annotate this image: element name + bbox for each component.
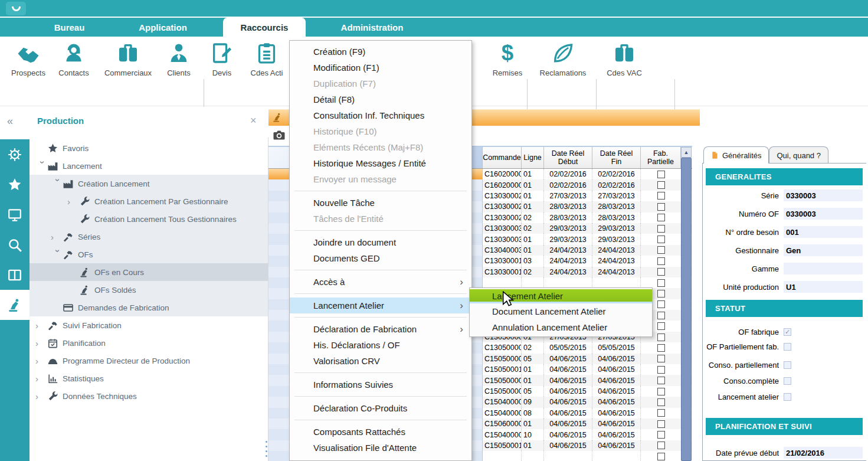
ribbon-button[interactable]: Clients (161, 41, 197, 100)
scroll-up-button[interactable]: ▲ (681, 147, 692, 158)
ribbon-button[interactable]: Devis (203, 41, 241, 100)
tree-item[interactable]: › Programme Directeur de Production (30, 352, 268, 370)
context-menu-item[interactable]: Création (F9) (290, 44, 471, 60)
fab-partielle-checkbox[interactable] (657, 214, 665, 221)
tree-item[interactable]: Création Lancement Tous Gestionnaires (30, 210, 268, 228)
fab-partielle-checkbox[interactable] (657, 312, 665, 319)
fab-partielle-checkbox[interactable] (657, 431, 665, 439)
fab-partielle-checkbox[interactable] (657, 388, 665, 395)
fab-partielle-checkbox[interactable] (657, 453, 665, 460)
column-header-ligne[interactable]: Ligne (522, 147, 544, 168)
tree-item[interactable]: › Lancement (30, 157, 268, 175)
grid-vertical-scrollbar[interactable]: ▲ (681, 147, 692, 461)
fab-partielle-checkbox[interactable] (657, 442, 665, 449)
ribbon-button[interactable]: Remises (486, 41, 529, 100)
rail-module-button[interactable] (0, 139, 30, 169)
context-menu-item[interactable]: Déclaration Co-Produits (290, 400, 471, 416)
status-checkbox[interactable]: ✓ (784, 328, 791, 336)
ribbon-tab[interactable]: Raccourcis (223, 18, 306, 37)
fab-partielle-checkbox[interactable] (657, 334, 665, 341)
close-panel-icon[interactable]: × (250, 115, 257, 127)
tree-item[interactable]: › Données Techniques (30, 387, 268, 405)
field-value[interactable] (784, 263, 863, 274)
context-menu-item[interactable]: Tâches de l'Entité (290, 211, 471, 227)
context-menu-item[interactable]: Modification (F1) (290, 60, 471, 76)
context-menu-item[interactable]: Informations Suivies (290, 377, 471, 393)
fab-partielle-checkbox[interactable] (657, 290, 665, 297)
rail-module-button[interactable] (0, 260, 30, 290)
ribbon-button[interactable]: Reclamations (532, 41, 594, 100)
tree-item[interactable]: Demandes de Fabrication (30, 299, 268, 316)
status-checkbox[interactable] (784, 393, 791, 401)
field-value[interactable]: 001 (784, 226, 863, 238)
context-menu-item[interactable]: Déclaration de Fabrication › (290, 321, 471, 337)
chevron-icon[interactable]: › (67, 197, 79, 207)
rail-module-button[interactable] (0, 200, 30, 230)
field-value[interactable]: 21/02/2016 (784, 447, 863, 459)
detail-tab[interactable]: Généralités (703, 146, 769, 164)
submenu-item[interactable]: Annulation Lancement Atelier (470, 319, 652, 335)
context-menu-item[interactable]: Historique (F10) (290, 123, 471, 139)
ribbon-tab[interactable]: Application (116, 18, 209, 37)
fab-partielle-checkbox[interactable] (657, 236, 665, 243)
panel-resize-grip[interactable] (266, 441, 267, 457)
tree-item[interactable]: › Suivi Fabrication (30, 316, 268, 334)
fab-partielle-checkbox[interactable] (657, 322, 665, 330)
context-menu-item[interactable]: Eléments Récents (Maj+F8) (290, 139, 471, 155)
ribbon-button[interactable]: Prospects (7, 41, 50, 100)
fab-partielle-checkbox[interactable] (657, 420, 665, 428)
column-header-commande[interactable]: Commande (483, 147, 522, 168)
ribbon-button[interactable]: Contacts (53, 41, 94, 100)
fab-partielle-checkbox[interactable] (657, 344, 665, 352)
context-menu-item[interactable]: Détail (F8) (290, 91, 471, 107)
rail-module-button[interactable] (0, 169, 30, 200)
chevron-icon[interactable]: › (51, 232, 63, 242)
fab-partielle-checkbox[interactable] (657, 192, 665, 200)
tree-item[interactable]: › Création Lancement Par Gestionnaire (30, 192, 268, 210)
status-checkbox[interactable] (784, 343, 791, 351)
chevron-icon[interactable]: › (35, 374, 47, 384)
column-header-date-fin[interactable]: Date RéelFin (592, 147, 641, 168)
context-menu-item[interactable]: Joindre un document (290, 234, 471, 250)
fab-partielle-checkbox[interactable] (657, 398, 665, 406)
chevron-icon[interactable]: › (38, 161, 48, 172)
submenu-item[interactable]: Document Lancement Atelier (470, 303, 652, 319)
collapse-panel-icon[interactable]: « (7, 115, 13, 127)
scrollbar-thumb[interactable] (681, 158, 692, 461)
context-menu-item[interactable]: Historique Messages / Entité (290, 155, 471, 171)
status-checkbox[interactable] (784, 377, 791, 385)
fab-partielle-checkbox[interactable] (657, 366, 665, 374)
ribbon-button[interactable]: Cdes VAC (598, 41, 650, 100)
detail-tab[interactable]: Qui, quand ? (769, 146, 828, 164)
rail-module-button[interactable] (0, 230, 30, 260)
submenu-item[interactable]: Lancement Atelier (470, 289, 652, 303)
context-menu-item[interactable]: Lancement Atelier › (290, 297, 471, 313)
column-header-date-debut[interactable]: Date RéelDébut (544, 147, 592, 168)
chevron-icon[interactable]: › (35, 356, 47, 366)
field-value[interactable]: U1 (784, 281, 863, 293)
context-menu-item[interactable]: Visualisation File d'Attente (290, 440, 471, 456)
fab-partielle-checkbox[interactable] (657, 355, 665, 362)
chevron-icon[interactable]: › (35, 391, 47, 401)
ribbon-button[interactable]: Cdes Acti (244, 41, 289, 100)
context-menu-item[interactable]: Composants Rattachés (290, 424, 471, 440)
context-menu-item[interactable]: Nouvelle Tâche (290, 195, 471, 211)
context-menu-item[interactable]: Valorisation CRV (290, 353, 471, 369)
fab-partielle-checkbox[interactable] (657, 257, 665, 265)
rail-module-button[interactable] (0, 290, 30, 320)
tree-item[interactable]: › Statistiques (30, 370, 268, 387)
fab-partielle-checkbox[interactable] (657, 171, 665, 178)
tree-item[interactable]: › Planification (30, 334, 268, 352)
tree-item[interactable]: Favoris (30, 139, 268, 157)
fab-partielle-checkbox[interactable] (657, 377, 665, 384)
tree-item[interactable]: › Séries (30, 228, 268, 246)
ribbon-button[interactable]: Commerciaux (99, 41, 157, 100)
fab-partielle-checkbox[interactable] (657, 181, 665, 189)
ribbon-tab[interactable]: Bureau (24, 18, 115, 37)
field-value[interactable]: 0330003 (784, 208, 863, 220)
chevron-icon[interactable]: › (53, 178, 63, 190)
context-menu-item[interactable]: His. Déclarations / OF (290, 337, 471, 353)
chevron-icon[interactable]: › (35, 338, 47, 348)
fab-partielle-checkbox[interactable] (657, 300, 665, 308)
context-menu-item[interactable]: Duplication (F7) (290, 76, 471, 91)
